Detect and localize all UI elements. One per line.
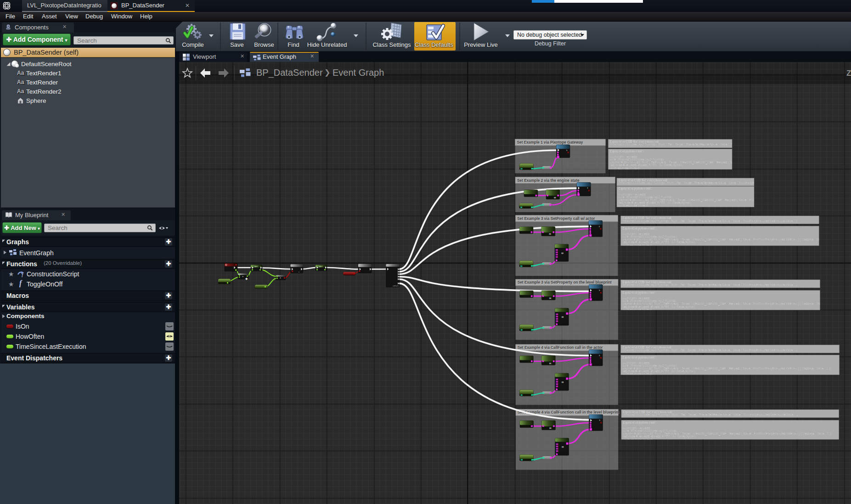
svg-text:Set Example 4 via CallFunction: Set Example 4 via CallFunction call in t… (518, 345, 603, 350)
svg-text:Set Example 2 via the engine s: Set Example 2 via the engine state (517, 178, 580, 183)
svg-text:▮▮: ▮▮ (549, 233, 551, 235)
svg-text:Set Example 3 via SetProperty: Set Example 3 via SetProperty call w/ ac… (517, 216, 595, 221)
svg-text:localhost:XXXX/gateway/2.0/pub: localhost:XXXX/gateway/2.0/publish "Topi… (623, 219, 799, 223)
svg-text:localhost:XXXX/gateway/2.0/pub: localhost:XXXX/gateway/2.0/publish "Topi… (623, 348, 799, 352)
svg-text:▮▮: ▮▮ (549, 427, 551, 429)
svg-text:Equivalent python code:: Equivalent python code: (623, 291, 656, 295)
svg-text:▮▮: ▮▮ (561, 252, 563, 254)
svg-text:▮▮: ▮▮ (520, 206, 522, 208)
svg-text:localhost:XXXX/gateway/2.0/pub: localhost:XXXX/gateway/2.0/publish "Topi… (610, 143, 786, 146)
svg-text:+: + (242, 275, 244, 278)
svg-text:▮▮: ▮▮ (549, 297, 551, 299)
svg-text:print(response.content): print(response.content) (619, 204, 648, 207)
svg-text:print(response.content): print(response.content) (623, 438, 653, 442)
svg-text:▮▮: ▮▮ (520, 168, 522, 170)
svg-text:▮▮: ▮▮ (520, 265, 522, 267)
svg-text:Equivalent python code:: Equivalent python code: (623, 227, 656, 230)
svg-text:localhost:XXXX/gateway/2.0/pub: localhost:XXXX/gateway/2.0/publish "Topi… (623, 283, 799, 287)
svg-text:Equivalent python code:: Equivalent python code: (623, 421, 657, 425)
svg-text:localhost:XXXX/gateway/2.0/pub: localhost:XXXX/gateway/2.0/publish "Topi… (619, 181, 795, 185)
svg-text:print(response.content): print(response.content) (610, 167, 640, 170)
svg-text:print(response.content): print(response.content) (623, 372, 653, 376)
svg-text:Set Example 3 via SetProperty: Set Example 3 via SetProperty on the lev… (518, 280, 612, 285)
svg-text:SET: SET (319, 265, 323, 268)
svg-text:▮▮: ▮▮ (520, 394, 522, 396)
svg-text:▮▮: ▮▮ (549, 362, 551, 364)
svg-text:✚: ✚ (245, 277, 248, 280)
svg-text:Set Example 1 via Pixotope Gat: Set Example 1 via Pixotope Gateway (517, 140, 583, 145)
svg-text:▮▮: ▮▮ (520, 329, 522, 331)
svg-text:SET: SET (254, 265, 259, 268)
svg-text:add pin: add pin (393, 285, 399, 287)
svg-text:print(response.content): print(response.content) (623, 244, 653, 247)
svg-text:▮▮: ▮▮ (554, 196, 556, 199)
svg-text:›: › (280, 276, 281, 280)
svg-text:▮▮: ▮▮ (521, 459, 523, 461)
svg-text:▮▮: ▮▮ (562, 316, 564, 318)
svg-text:▮▮: ▮▮ (562, 381, 564, 383)
svg-text:Equivalent python code:: Equivalent python code: (619, 187, 652, 190)
svg-text:localhost:XXXX/gateway/2.0/pub: localhost:XXXX/gateway/2.0/publish "Topi… (623, 413, 799, 417)
svg-text:▮▮: ▮▮ (562, 446, 564, 448)
svg-text:Equivalent python code:: Equivalent python code: (623, 356, 656, 359)
svg-text:Equivalent python code:: Equivalent python code: (610, 150, 644, 153)
svg-text:print(response.content): print(response.content) (623, 308, 653, 312)
